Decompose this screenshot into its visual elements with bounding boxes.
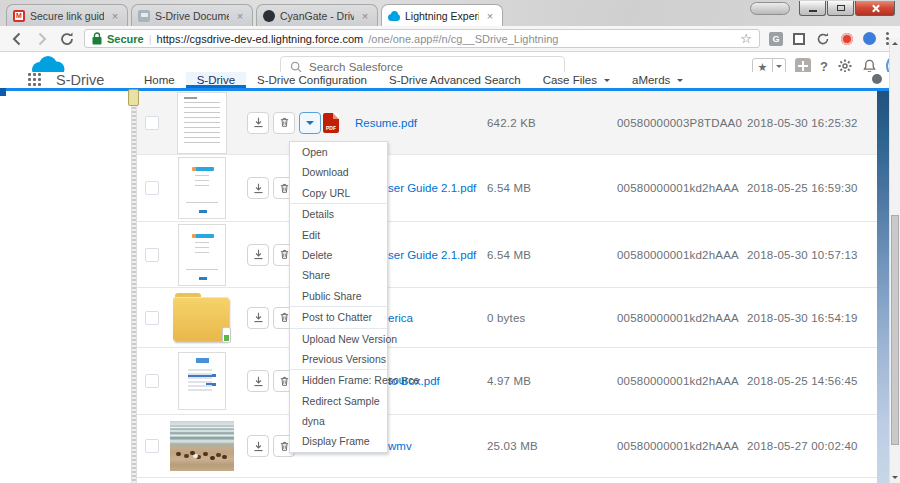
tab-close-icon[interactable]: ×	[234, 10, 246, 22]
salesforce-nav-bar: S-Drive Home S-Drive S-Drive Configurati…	[0, 72, 889, 88]
file-thumbnail	[170, 293, 234, 343]
owner-id: 00580000001kd2hAAA	[617, 182, 739, 194]
file-size: 4.97 MB	[487, 375, 531, 387]
partial-row	[137, 478, 877, 483]
scrollbar-thumb[interactable]	[891, 215, 899, 445]
scroll-up-icon[interactable]	[892, 42, 898, 45]
menu-item-copy-url[interactable]: Copy URL	[290, 183, 387, 203]
app-launcher-icon[interactable]	[28, 73, 41, 86]
bookmark-star-icon[interactable]: ☆	[740, 32, 752, 45]
file-name-link[interactable]: erica	[388, 312, 413, 324]
browser-tab-s-drive-documentation[interactable]: S-Drive Documentation | ×	[131, 4, 253, 26]
tab-title: CyanGate - Drive	[280, 10, 354, 22]
file-row: erica 0 bytes 00580000001kd2hAAA 2018-05…	[137, 288, 877, 348]
extension-square-icon[interactable]	[793, 33, 805, 45]
row-checkbox[interactable]	[145, 374, 159, 388]
file-date: 2018-05-30 16:54:19	[747, 312, 858, 324]
row-checkbox[interactable]	[145, 181, 159, 195]
chrome-menu-icon[interactable]	[886, 32, 889, 35]
tab-favicon-icon	[263, 10, 275, 22]
row-menu-button[interactable]	[299, 112, 321, 134]
nav-tab-s-drive[interactable]: S-Drive	[186, 72, 246, 88]
scroll-down-icon[interactable]	[892, 476, 898, 479]
file-table: Resume.pdf 642.2 KB 00580000003P8TDAA0 2…	[137, 91, 877, 483]
menu-item-display-frame[interactable]: Display Frame	[290, 431, 387, 451]
forward-icon[interactable]	[34, 31, 50, 47]
inner-scrollbar-thumb[interactable]	[128, 89, 139, 106]
row-checkbox[interactable]	[145, 439, 159, 453]
reload-icon[interactable]	[59, 31, 75, 47]
file-thumbnail	[170, 421, 234, 471]
extension-g-icon[interactable]: G	[769, 32, 783, 46]
download-button[interactable]	[247, 177, 269, 199]
nav-tab-s-drive-configuration[interactable]: S-Drive Configuration	[246, 72, 378, 88]
back-icon[interactable]	[9, 31, 25, 47]
file-name-link[interactable]: Resume.pdf	[355, 117, 417, 129]
file-date: 2018-05-30 16:25:32	[747, 117, 858, 129]
nav-tab-home[interactable]: Home	[133, 72, 186, 88]
menu-item-share[interactable]: Share	[290, 265, 387, 285]
download-button[interactable]	[247, 307, 269, 329]
chevron-down-icon	[604, 79, 610, 85]
file-size: 25.03 MB	[487, 440, 538, 452]
browser-tab-cyangate-drive[interactable]: CyanGate - Drive ×	[256, 4, 378, 26]
download-button[interactable]	[247, 244, 269, 266]
secure-label: Secure	[107, 33, 144, 45]
menu-item-redirect-sample[interactable]: Redirect Sample	[290, 391, 387, 411]
tab-favicon-icon	[388, 10, 400, 22]
minimize-button[interactable]	[799, 1, 826, 16]
menu-item-delete[interactable]: Delete	[290, 245, 387, 265]
row-checkbox[interactable]	[145, 248, 159, 262]
nav-tab-case-files[interactable]: Case Files	[532, 72, 621, 88]
download-button[interactable]	[247, 370, 269, 392]
menu-item-previous-versions[interactable]: Previous Versions	[290, 349, 387, 369]
file-name-link[interactable]: ser Guide 2.1.pdf	[388, 249, 476, 261]
inner-scrollbar-track[interactable]	[131, 91, 137, 483]
record-extension-icon[interactable]	[841, 33, 853, 45]
window-controls	[750, 1, 895, 16]
close-button[interactable]	[855, 1, 895, 16]
browser-tab-secure-link-guide-bfene[interactable]: Secure link guide - bfene ×	[6, 4, 128, 26]
file-row: Resume.pdf 642.2 KB 00580000003P8TDAA0 2…	[137, 91, 877, 155]
file-date: 2018-05-25 14:56:45	[747, 375, 858, 387]
browser-window: Secure link guide - bfene × S-Drive Docu…	[0, 0, 900, 483]
menu-item-open[interactable]: Open	[290, 142, 387, 162]
menu-item-details[interactable]: Details	[290, 204, 387, 224]
menu-group: OpenDownloadCopy URL	[290, 142, 387, 203]
delete-button[interactable]	[273, 112, 295, 134]
menu-item-download[interactable]: Download	[290, 162, 387, 182]
download-button[interactable]	[247, 435, 269, 457]
sync-extension-icon[interactable]	[815, 31, 831, 47]
page-background-strip	[877, 91, 889, 483]
file-name-link[interactable]: ser Guide 2.1.pdf	[388, 182, 476, 194]
tab-close-icon[interactable]: ×	[109, 10, 121, 22]
blue-extension-icon[interactable]	[863, 32, 876, 45]
tab-close-icon[interactable]: ×	[484, 10, 496, 22]
tab-close-icon[interactable]: ×	[359, 10, 371, 22]
search-placeholder: Search Salesforce	[309, 61, 403, 73]
browser-scrollbar[interactable]	[889, 38, 900, 483]
url-field[interactable]: Secure | https://cgsdrive-dev-ed.lightni…	[84, 29, 760, 48]
nav-tab-amerds[interactable]: aMerds	[621, 72, 694, 88]
menu-item-dyna[interactable]: dyna	[290, 411, 387, 431]
file-row: ser Guide 2.1.pdf 6.54 MB 00580000001kd2…	[137, 155, 877, 222]
browser-tab-lightning-experience-sa[interactable]: Lightning Experience | Sa ×	[381, 4, 503, 26]
tab-strip: Secure link guide - bfene × S-Drive Docu…	[0, 0, 900, 26]
menu-group: Hidden Frame: ResourceRedirect Sampledyn…	[290, 369, 387, 452]
menu-item-post-to-chatter[interactable]: Post to Chatter	[290, 307, 387, 327]
file-size: 642.2 KB	[487, 117, 536, 129]
menu-item-edit[interactable]: Edit	[290, 225, 387, 245]
menu-item-upload-new-version[interactable]: Upload New Version	[290, 329, 387, 349]
menu-item-public-share[interactable]: Public Share	[290, 286, 387, 306]
menu-item-hidden-frame-resource[interactable]: Hidden Frame: Resource	[290, 370, 387, 390]
file-name-link[interactable]: wmv	[388, 440, 412, 452]
maximize-button[interactable]	[827, 1, 854, 16]
row-checkbox[interactable]	[145, 311, 159, 325]
nav-tab-s-drive-advanced-search[interactable]: S-Drive Advanced Search	[378, 72, 532, 88]
download-button[interactable]	[247, 112, 269, 134]
row-checkbox[interactable]	[145, 116, 159, 130]
edit-nav-icon[interactable]	[872, 74, 882, 84]
file-size: 6.54 MB	[487, 182, 531, 194]
tab-favicon-icon	[13, 10, 25, 22]
file-size: 6.54 MB	[487, 249, 531, 261]
